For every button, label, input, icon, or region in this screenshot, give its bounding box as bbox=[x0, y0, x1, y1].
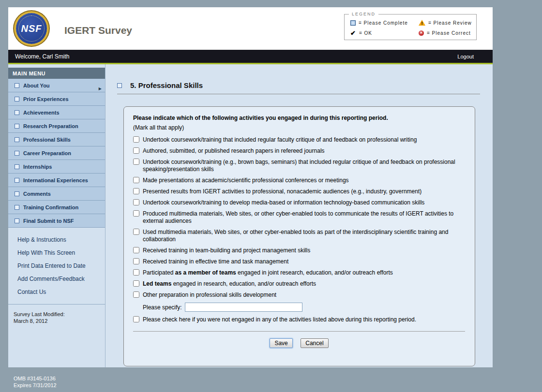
activity-row: Presented results from IGERT activities … bbox=[133, 188, 465, 195]
sidebar-item-career-preparation[interactable]: Career Preparation bbox=[8, 146, 105, 160]
omb-number: OMB #3145-0136 bbox=[14, 375, 57, 382]
activity-checkbox[interactable] bbox=[133, 199, 139, 205]
activity-label: Used multimedia materials, Web sites, or… bbox=[143, 229, 456, 243]
expires-date: Expires 7/31/2012 bbox=[14, 382, 57, 389]
sidebar-item-label: Final Submit to NSF bbox=[23, 218, 74, 224]
status-square-icon bbox=[15, 205, 19, 210]
status-square-icon bbox=[15, 124, 19, 129]
activity-checkbox[interactable] bbox=[133, 280, 139, 287]
sidebar-item-label: About You bbox=[23, 83, 50, 88]
status-square-icon bbox=[15, 191, 19, 196]
sidebar-item-research-preparation[interactable]: Research Preparation bbox=[8, 119, 105, 133]
activity-checkbox[interactable] bbox=[133, 147, 139, 154]
activity-checkbox[interactable] bbox=[133, 177, 139, 183]
activity-checkbox[interactable] bbox=[133, 136, 139, 143]
main-content: 5. Professional Skills Please indicate w… bbox=[105, 64, 493, 367]
activity-label: Led teams engaged in research, education… bbox=[143, 280, 316, 288]
none-option-row: Please check here if you were not engage… bbox=[133, 316, 465, 323]
status-square-icon bbox=[15, 97, 19, 102]
welcome-bar: Welcome, Carl Smith Logout bbox=[8, 50, 493, 64]
activity-label: Authored, submitted, or published resear… bbox=[143, 147, 325, 155]
activity-label: Undertook coursework/training (e.g., bro… bbox=[143, 159, 456, 173]
link-add-comments-feedback[interactable]: Add Comments/Feedback bbox=[17, 276, 105, 282]
specify-input[interactable] bbox=[185, 303, 302, 312]
specify-label: Please specify: bbox=[143, 304, 182, 311]
legend-item-ok: = OK bbox=[350, 29, 419, 37]
activity-checkbox[interactable] bbox=[133, 188, 139, 194]
sidebar-item-training-confirmation[interactable]: Training Confirmation bbox=[8, 201, 105, 214]
legend-title: LEGEND bbox=[349, 12, 378, 16]
activity-checkbox[interactable] bbox=[133, 159, 139, 165]
legend-item-review: = Please Review bbox=[419, 20, 472, 26]
section-head: 5. Professional Skills bbox=[117, 81, 480, 89]
section-status-square-icon bbox=[117, 83, 122, 88]
activity-label: Produced multimedia materials, Web sites… bbox=[143, 210, 456, 225]
activities-list: Undertook coursework/training that inclu… bbox=[133, 136, 465, 323]
activity-label: Presented results from IGERT activities … bbox=[143, 188, 422, 195]
sidebar-item-internships[interactable]: Internships bbox=[8, 160, 105, 174]
activity-row: Produced multimedia materials, Web sites… bbox=[133, 210, 465, 225]
activity-checkbox[interactable] bbox=[133, 247, 139, 253]
last-modified-label: Survey Last Modified: bbox=[14, 311, 105, 318]
nsf-logo-text: NSF bbox=[21, 23, 42, 34]
link-help-instructions[interactable]: Help & Instructions bbox=[17, 236, 105, 243]
activity-label: Received training in effective time and … bbox=[143, 258, 288, 265]
button-row: Save Cancel bbox=[133, 338, 465, 348]
activity-checkbox[interactable] bbox=[133, 210, 139, 217]
activity-row: Undertook coursework/training that inclu… bbox=[133, 136, 465, 144]
sidebar-item-label: Professional Skills bbox=[23, 137, 71, 143]
legend-item-label: = Please Correct bbox=[427, 30, 471, 36]
none-option-label: Please check here if you were not engage… bbox=[143, 316, 416, 323]
please-correct-icon bbox=[419, 30, 424, 36]
activity-row: Authored, submitted, or published resear… bbox=[133, 147, 465, 155]
activity-label: Undertook coursework/training to develop… bbox=[143, 199, 424, 206]
legend-box: LEGEND = Please Complete = Please Review… bbox=[344, 14, 477, 40]
welcome-text: Welcome, Carl Smith bbox=[15, 53, 69, 60]
sidebar-item-final-submit[interactable]: Final Submit to NSF bbox=[8, 214, 105, 228]
sidebar-item-achievements[interactable]: Achievements bbox=[8, 106, 105, 119]
page: NSF IGERT Survey LEGEND = Please Complet… bbox=[8, 7, 493, 367]
submenu-arrow-icon bbox=[99, 83, 102, 92]
status-square-icon bbox=[15, 110, 19, 115]
sidebar-item-label: Career Preparation bbox=[23, 150, 71, 156]
panel-intro: Please indicate which of the following a… bbox=[133, 115, 465, 121]
sidebar-item-prior-experiences[interactable]: Prior Experiences bbox=[8, 92, 105, 106]
link-print-data[interactable]: Print Data Entered to Date bbox=[17, 262, 105, 269]
link-help-with-this-screen[interactable]: Help With This Screen bbox=[17, 249, 105, 256]
app-header: NSF IGERT Survey LEGEND = Please Complet… bbox=[8, 7, 493, 50]
activity-label: Received training in team-building and p… bbox=[143, 247, 310, 254]
activity-row: Participated as a member of teams engage… bbox=[133, 269, 465, 276]
status-square-icon bbox=[15, 83, 19, 88]
status-square-icon bbox=[15, 151, 19, 156]
cancel-button[interactable]: Cancel bbox=[301, 338, 328, 348]
legend-item-label: = Please Review bbox=[428, 20, 472, 26]
activity-checkbox[interactable] bbox=[133, 291, 139, 298]
form-panel: Please indicate which of the following a… bbox=[123, 106, 475, 366]
section-divider bbox=[117, 94, 480, 94]
none-option-checkbox[interactable] bbox=[133, 316, 139, 322]
activity-label: Undertook coursework/training that inclu… bbox=[143, 136, 417, 144]
activity-row: Received training in team-building and p… bbox=[133, 247, 465, 254]
sidebar: MAIN MENU About You Prior Experiences Ac… bbox=[8, 64, 105, 367]
activity-checkbox[interactable] bbox=[133, 229, 139, 235]
activity-row: Made presentations at academic/scientifi… bbox=[133, 177, 465, 184]
sidebar-item-comments[interactable]: Comments bbox=[8, 187, 105, 201]
link-contact-us[interactable]: Contact Us bbox=[17, 289, 105, 295]
activity-checkbox[interactable] bbox=[133, 269, 139, 276]
sidebar-item-international-experiences[interactable]: International Experiences bbox=[8, 174, 105, 187]
activity-checkbox[interactable] bbox=[133, 258, 139, 264]
body-row: MAIN MENU About You Prior Experiences Ac… bbox=[8, 64, 493, 367]
footer-note: OMB #3145-0136 Expires 7/31/2012 bbox=[14, 375, 57, 389]
save-button[interactable]: Save bbox=[270, 338, 292, 348]
logout-link[interactable]: Logout bbox=[457, 54, 474, 59]
status-square-icon bbox=[15, 218, 19, 223]
ok-check-icon bbox=[350, 29, 356, 37]
specify-row: Please specify: bbox=[143, 303, 465, 312]
sidebar-item-about-you[interactable]: About You bbox=[8, 79, 105, 92]
sidebar-item-professional-skills[interactable]: Professional Skills bbox=[8, 133, 105, 146]
page-title: 5. Professional Skills bbox=[130, 81, 203, 89]
app-title: IGERT Survey bbox=[64, 25, 132, 36]
sidebar-item-label: Training Confirmation bbox=[23, 204, 78, 210]
sidebar-links: Help & Instructions Help With This Scree… bbox=[8, 236, 105, 295]
sidebar-item-label: International Experiences bbox=[23, 177, 88, 183]
